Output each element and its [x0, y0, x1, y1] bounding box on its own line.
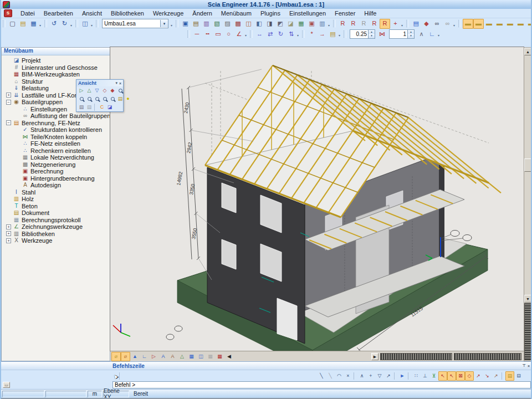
palette-title-bar[interactable]: Ansicht ▾ ×	[76, 80, 123, 86]
load-case-2-icon[interactable]: R	[348, 19, 359, 29]
expand-icon[interactable]: +	[6, 93, 11, 98]
labels-toggle-icon[interactable]: ▷	[149, 352, 158, 361]
disabled-toggle-icon[interactable]: ▦	[206, 352, 215, 361]
view-window-6-icon[interactable]: ▬	[515, 19, 526, 29]
toolbar-overflow-icon[interactable]: ▾	[328, 23, 330, 27]
couple-icon[interactable]: ⋈	[377, 29, 387, 39]
project-data-icon[interactable]: ▣	[180, 19, 191, 29]
spin-down-icon[interactable]: ▾	[408, 34, 414, 38]
snap-leader-icon[interactable]: ↗	[384, 371, 393, 381]
snap-intersection-icon[interactable]: ⊠	[456, 371, 465, 381]
print-icon[interactable]: ◨	[264, 19, 275, 29]
palette-close-icon[interactable]: ×	[119, 81, 121, 85]
new-icon[interactable]: ▢	[7, 19, 18, 29]
stretch-icon[interactable]: ⇅	[286, 29, 296, 39]
open-icon[interactable]: ▤	[18, 19, 28, 29]
beam-icon[interactable]: ╍	[202, 29, 213, 39]
snap-percent-icon[interactable]: ↘	[483, 371, 492, 381]
zoom-selection-icon[interactable]	[109, 95, 116, 103]
snap-grid-icon[interactable]: ∷	[412, 371, 421, 381]
view-image-icon[interactable]: ▤	[78, 104, 85, 111]
load-case-5-icon[interactable]: R	[380, 19, 390, 29]
toolbar-grip[interactable]	[44, 20, 47, 27]
zoom-in-icon[interactable]	[93, 95, 101, 103]
view-x-icon[interactable]: ▷	[78, 87, 85, 95]
snap-vertex-icon[interactable]: +	[366, 371, 375, 381]
activity-icon[interactable]: ▥	[201, 19, 212, 29]
sidebar-item-berechnung-fe-netz[interactable]: −▤Berechnung, FE-Netz	[2, 120, 110, 127]
menu-werkzeuge[interactable]: Werkzeuge	[149, 9, 188, 17]
toolbar-overflow-icon[interactable]: ▾	[401, 23, 403, 27]
load-case-3-icon[interactable]: R	[359, 19, 369, 29]
redo-icon[interactable]: ↻	[59, 19, 70, 29]
parameters-toggle-icon[interactable]: ◫	[196, 352, 206, 361]
toolbar-grip[interactable]	[406, 20, 409, 27]
menu-bibliotheken[interactable]: Bibliotheken	[106, 9, 149, 17]
menu-ansicht[interactable]: Ansicht	[78, 9, 106, 17]
sidebar-item-bibliotheken[interactable]: +▥Bibliotheken	[2, 231, 110, 238]
close-icon[interactable]: ×	[528, 364, 530, 368]
status-unit[interactable]: m	[88, 391, 102, 397]
export-image-icon[interactable]: ▥	[317, 19, 328, 29]
sidebar-item-fe-netz-einstellen[interactable]: ∴FE-Netz einstellen	[2, 140, 110, 147]
render-icon[interactable]: ◆	[421, 19, 432, 29]
text-eye-toggle-icon[interactable]: A	[168, 352, 177, 361]
grid-step-spinner[interactable]: 0.25▴▾	[350, 29, 375, 39]
sidebar-item-strukturdaten-kontrollieren[interactable]: ✓Strukturdaten kontrollieren	[2, 126, 110, 134]
model-viewport[interactable]: 24302942335035501498211515	[110, 47, 524, 351]
crosshair-icon[interactable]: +	[390, 19, 401, 29]
image-icon[interactable]: ▩	[233, 19, 243, 29]
view-window-2-icon[interactable]: ▬	[473, 19, 484, 29]
peak-icon[interactable]: ∧	[416, 29, 427, 39]
toolbar-grip[interactable]	[344, 30, 346, 38]
menu-plugins[interactable]: Plugins	[256, 9, 285, 17]
menu-datei[interactable]: Datei	[16, 9, 39, 17]
toolbar-overflow-icon[interactable]: ▾	[171, 23, 172, 27]
view-image-2-icon[interactable]: ▤	[85, 104, 93, 111]
vertical-scroll-hatch[interactable]	[524, 303, 531, 360]
snap-arclength-icon[interactable]: ↗	[492, 371, 500, 381]
zoom-previous-icon[interactable]	[101, 95, 109, 103]
expand-icon[interactable]: +	[6, 224, 11, 229]
sidebar-item-beton[interactable]: TBeton	[2, 203, 110, 210]
surfaces-toggle-icon[interactable]: ∟	[140, 352, 149, 361]
collapse-icon[interactable]: −	[6, 120, 11, 125]
spinner-arrows[interactable]: ▴▾	[368, 30, 375, 38]
pin-icon[interactable]: ⊤	[523, 364, 526, 368]
snap-dialog-icon[interactable]: ▤	[505, 371, 514, 381]
sidebar-item-teile-knoten-koppeln[interactable]: ⋈Teile/Knoten koppeln	[2, 134, 110, 141]
toolbar-grip[interactable]	[75, 20, 78, 27]
sidebar-item-zeichnungswerkzeuge[interactable]: +∠Zeichnungswerkzeuge	[2, 223, 110, 231]
circle-icon[interactable]: ○	[223, 29, 234, 39]
toolbar-grip[interactable]	[302, 30, 305, 38]
scroll-up-icon[interactable]: ▲	[524, 48, 531, 55]
load-case-4-icon[interactable]: R	[369, 19, 380, 29]
document-icon[interactable]: ◧	[254, 19, 264, 29]
xml-export-icon[interactable]: ▧	[212, 19, 222, 29]
terrain-toggle-icon[interactable]: △	[177, 352, 187, 361]
zoom-all-icon[interactable]	[116, 87, 124, 95]
zoom-window-icon[interactable]	[85, 95, 93, 103]
model-toggle-icon[interactable]: ▦	[187, 352, 196, 361]
load-display-toggle-icon[interactable]: ▦	[215, 352, 224, 361]
toolbar-grip[interactable]	[176, 20, 178, 27]
snap-clipboard-icon[interactable]: ⊟	[514, 371, 523, 381]
trim-icon[interactable]: →	[317, 29, 328, 39]
view-window-5-icon[interactable]: ▬	[505, 19, 515, 29]
text-toggle-icon[interactable]: A	[158, 352, 168, 361]
sidebar-item-berechnung[interactable]: ▣Berechnung	[2, 168, 110, 175]
snap-cursor-icon[interactable]: ►	[398, 371, 407, 381]
cursor-mode-icon[interactable]: ▲	[111, 371, 119, 380]
collapse-icon[interactable]: −	[6, 100, 11, 105]
picture-gallery-icon[interactable]: ◪	[285, 19, 296, 29]
toolbar-overflow-icon[interactable]: ▾	[453, 23, 455, 27]
snap-ortho-icon[interactable]: ⊥	[421, 371, 429, 381]
clipping-box-icon[interactable]: C	[98, 104, 106, 111]
status-plane[interactable]: Ebene XY	[103, 391, 129, 397]
spin-up-icon[interactable]: ▴	[369, 30, 375, 34]
toolbar-overflow-icon[interactable]: ▾	[438, 33, 439, 37]
line-icon[interactable]: ─	[192, 29, 202, 39]
paste-icon[interactable]: ▨	[222, 19, 233, 29]
sidebar-item-auflistung-der-bauteilgruppen[interactable]: ∞Auflistung der Bauteilgruppen	[2, 112, 110, 120]
angle-icon[interactable]: ∠	[234, 29, 244, 39]
